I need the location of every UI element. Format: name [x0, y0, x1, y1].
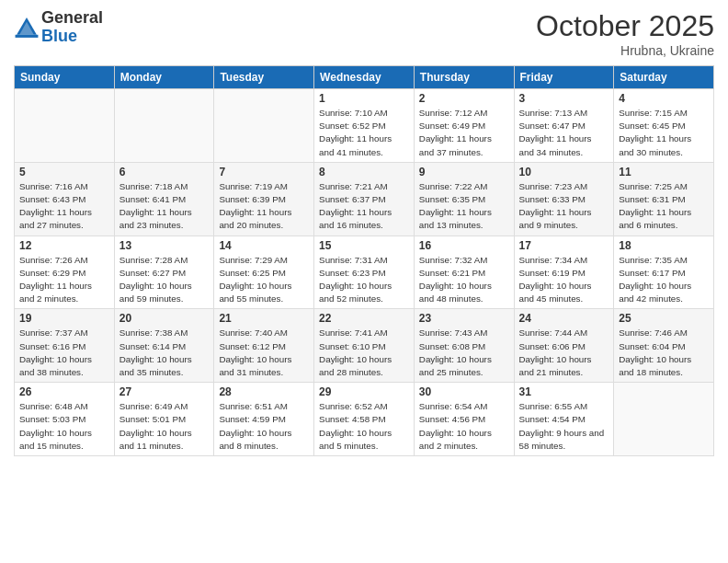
- calendar-week-row: 19Sunrise: 7:37 AM Sunset: 6:16 PM Dayli…: [15, 309, 714, 383]
- table-row: 1Sunrise: 7:10 AM Sunset: 6:52 PM Daylig…: [314, 89, 415, 163]
- table-row: 30Sunrise: 6:54 AM Sunset: 4:56 PM Dayli…: [414, 383, 514, 456]
- day-number: 9: [419, 166, 509, 178]
- day-number: 23: [419, 312, 509, 325]
- table-row: 29Sunrise: 6:52 AM Sunset: 4:58 PM Dayli…: [314, 383, 415, 456]
- table-row: 3Sunrise: 7:13 AM Sunset: 6:47 PM Daylig…: [514, 89, 614, 163]
- day-info: Sunrise: 7:44 AM Sunset: 6:06 PM Dayligh…: [519, 327, 609, 379]
- day-number: 5: [19, 166, 109, 178]
- day-number: 29: [319, 385, 409, 398]
- day-info: Sunrise: 7:21 AM Sunset: 6:37 PM Dayligh…: [319, 180, 409, 233]
- day-info: Sunrise: 7:40 AM Sunset: 6:12 PM Dayligh…: [219, 327, 309, 379]
- title-block: October 2025 Hrubna, Ukraine: [536, 9, 714, 58]
- logo-icon: [14, 15, 40, 40]
- day-number: 10: [519, 166, 609, 178]
- day-info: Sunrise: 6:54 AM Sunset: 4:56 PM Dayligh…: [419, 400, 509, 453]
- table-row: 21Sunrise: 7:40 AM Sunset: 6:12 PM Dayli…: [214, 309, 314, 383]
- table-row: [214, 89, 314, 163]
- day-number: 28: [219, 385, 309, 398]
- day-info: Sunrise: 6:51 AM Sunset: 4:59 PM Dayligh…: [219, 400, 309, 453]
- table-row: 26Sunrise: 6:48 AM Sunset: 5:03 PM Dayli…: [15, 383, 115, 456]
- col-friday: Friday: [514, 66, 614, 89]
- table-row: 6Sunrise: 7:18 AM Sunset: 6:41 PM Daylig…: [114, 162, 214, 236]
- day-info: Sunrise: 7:38 AM Sunset: 6:14 PM Dayligh…: [119, 327, 210, 379]
- day-number: 14: [219, 239, 309, 252]
- table-row: 19Sunrise: 7:37 AM Sunset: 6:16 PM Dayli…: [15, 309, 115, 383]
- month-title: October 2025: [536, 9, 714, 43]
- day-info: Sunrise: 6:55 AM Sunset: 4:54 PM Dayligh…: [519, 400, 609, 453]
- day-number: 19: [19, 312, 109, 325]
- day-info: Sunrise: 7:23 AM Sunset: 6:33 PM Dayligh…: [519, 180, 609, 233]
- calendar-week-row: 12Sunrise: 7:26 AM Sunset: 6:29 PM Dayli…: [15, 236, 714, 309]
- location: Hrubna, Ukraine: [536, 43, 714, 58]
- calendar-header-row: Sunday Monday Tuesday Wednesday Thursday…: [15, 66, 714, 89]
- day-info: Sunrise: 7:18 AM Sunset: 6:41 PM Dayligh…: [119, 180, 210, 233]
- day-number: 26: [19, 385, 109, 398]
- calendar-week-row: 26Sunrise: 6:48 AM Sunset: 5:03 PM Dayli…: [15, 383, 714, 456]
- table-row: 27Sunrise: 6:49 AM Sunset: 5:01 PM Dayli…: [114, 383, 214, 456]
- col-thursday: Thursday: [414, 66, 514, 89]
- col-wednesday: Wednesday: [314, 66, 415, 89]
- table-row: 4Sunrise: 7:15 AM Sunset: 6:45 PM Daylig…: [614, 89, 714, 163]
- table-row: 22Sunrise: 7:41 AM Sunset: 6:10 PM Dayli…: [314, 309, 415, 383]
- logo: General Blue: [14, 9, 103, 46]
- logo-blue: Blue: [41, 28, 103, 46]
- day-number: 21: [219, 312, 309, 325]
- day-number: 20: [119, 312, 210, 325]
- day-info: Sunrise: 6:49 AM Sunset: 5:01 PM Dayligh…: [119, 400, 210, 453]
- day-info: Sunrise: 7:15 AM Sunset: 6:45 PM Dayligh…: [619, 107, 709, 159]
- day-number: 17: [519, 239, 609, 252]
- day-info: Sunrise: 7:31 AM Sunset: 6:23 PM Dayligh…: [319, 254, 409, 306]
- day-number: 1: [319, 92, 409, 105]
- table-row: [614, 383, 714, 456]
- day-info: Sunrise: 7:25 AM Sunset: 6:31 PM Dayligh…: [619, 180, 709, 233]
- day-number: 25: [619, 312, 709, 325]
- logo-text: General Blue: [41, 9, 103, 46]
- table-row: [15, 89, 115, 163]
- svg-rect-2: [16, 35, 39, 38]
- day-info: Sunrise: 6:52 AM Sunset: 4:58 PM Dayligh…: [319, 400, 409, 453]
- day-number: 30: [419, 385, 509, 398]
- day-number: 2: [419, 92, 509, 105]
- day-number: 18: [619, 239, 709, 252]
- col-monday: Monday: [114, 66, 214, 89]
- col-saturday: Saturday: [614, 66, 714, 89]
- table-row: 24Sunrise: 7:44 AM Sunset: 6:06 PM Dayli…: [514, 309, 614, 383]
- day-number: 3: [519, 92, 609, 105]
- table-row: 2Sunrise: 7:12 AM Sunset: 6:49 PM Daylig…: [414, 89, 514, 163]
- day-info: Sunrise: 7:43 AM Sunset: 6:08 PM Dayligh…: [419, 327, 509, 379]
- table-row: 9Sunrise: 7:22 AM Sunset: 6:35 PM Daylig…: [414, 162, 514, 236]
- day-info: Sunrise: 7:37 AM Sunset: 6:16 PM Dayligh…: [19, 327, 109, 379]
- table-row: 12Sunrise: 7:26 AM Sunset: 6:29 PM Dayli…: [15, 236, 115, 309]
- col-tuesday: Tuesday: [214, 66, 314, 89]
- day-info: Sunrise: 7:13 AM Sunset: 6:47 PM Dayligh…: [519, 107, 609, 159]
- day-info: Sunrise: 6:48 AM Sunset: 5:03 PM Dayligh…: [19, 400, 109, 453]
- day-number: 11: [619, 166, 709, 178]
- day-number: 13: [119, 239, 210, 252]
- day-number: 16: [419, 239, 509, 252]
- day-info: Sunrise: 7:22 AM Sunset: 6:35 PM Dayligh…: [419, 180, 509, 233]
- table-row: 17Sunrise: 7:34 AM Sunset: 6:19 PM Dayli…: [514, 236, 614, 309]
- day-info: Sunrise: 7:16 AM Sunset: 6:43 PM Dayligh…: [19, 180, 109, 233]
- table-row: 10Sunrise: 7:23 AM Sunset: 6:33 PM Dayli…: [514, 162, 614, 236]
- calendar-week-row: 1Sunrise: 7:10 AM Sunset: 6:52 PM Daylig…: [15, 89, 714, 163]
- table-row: [114, 89, 214, 163]
- table-row: 18Sunrise: 7:35 AM Sunset: 6:17 PM Dayli…: [614, 236, 714, 309]
- day-info: Sunrise: 7:41 AM Sunset: 6:10 PM Dayligh…: [319, 327, 409, 379]
- day-number: 4: [619, 92, 709, 105]
- day-number: 8: [319, 166, 409, 178]
- header: General Blue October 2025 Hrubna, Ukrain…: [14, 9, 714, 58]
- table-row: 13Sunrise: 7:28 AM Sunset: 6:27 PM Dayli…: [114, 236, 214, 309]
- day-info: Sunrise: 7:28 AM Sunset: 6:27 PM Dayligh…: [119, 254, 210, 306]
- table-row: 7Sunrise: 7:19 AM Sunset: 6:39 PM Daylig…: [214, 162, 314, 236]
- table-row: 20Sunrise: 7:38 AM Sunset: 6:14 PM Dayli…: [114, 309, 214, 383]
- day-number: 24: [519, 312, 609, 325]
- day-info: Sunrise: 7:32 AM Sunset: 6:21 PM Dayligh…: [419, 254, 509, 306]
- page: General Blue October 2025 Hrubna, Ukrain…: [0, 0, 728, 563]
- day-info: Sunrise: 7:46 AM Sunset: 6:04 PM Dayligh…: [619, 327, 709, 379]
- day-info: Sunrise: 7:10 AM Sunset: 6:52 PM Dayligh…: [319, 107, 409, 159]
- day-info: Sunrise: 7:34 AM Sunset: 6:19 PM Dayligh…: [519, 254, 609, 306]
- table-row: 28Sunrise: 6:51 AM Sunset: 4:59 PM Dayli…: [214, 383, 314, 456]
- table-row: 8Sunrise: 7:21 AM Sunset: 6:37 PM Daylig…: [314, 162, 415, 236]
- table-row: 31Sunrise: 6:55 AM Sunset: 4:54 PM Dayli…: [514, 383, 614, 456]
- day-number: 31: [519, 385, 609, 398]
